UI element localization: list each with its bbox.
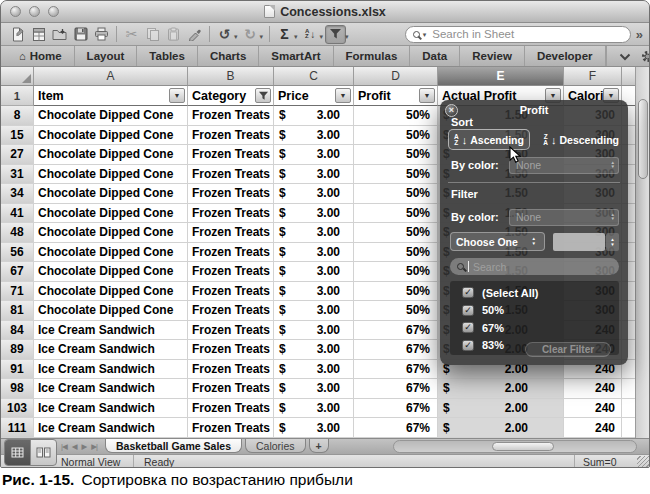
row-number[interactable]: 67 — [1, 262, 34, 282]
filter-by-color-dropdown[interactable]: None ▲▼ — [509, 209, 619, 226]
close-window-button[interactable] — [10, 6, 21, 17]
cell-profit[interactable]: 67% — [354, 418, 438, 438]
cell-price[interactable]: $3.00 — [274, 223, 354, 243]
redo-icon[interactable]: ↻ — [240, 25, 261, 44]
cell-profit[interactable]: 67% — [354, 360, 438, 380]
filter-applied-icon[interactable] — [255, 88, 271, 103]
tab-nav-arrow-2[interactable]: ▶ — [82, 442, 87, 451]
cell-category[interactable]: Frozen Treats — [188, 340, 274, 360]
page-layout-view-button[interactable] — [30, 440, 56, 465]
row-number[interactable]: 81 — [1, 301, 34, 321]
tab-developer[interactable]: Developer — [525, 46, 606, 66]
cell-price[interactable]: $3.00 — [274, 282, 354, 302]
cell-profit[interactable]: 50% — [354, 243, 438, 263]
row-number[interactable]: 48 — [1, 223, 34, 243]
paste-icon[interactable] — [163, 25, 184, 44]
tab-charts[interactable]: Charts — [198, 46, 259, 66]
zoom-window-button[interactable] — [48, 6, 59, 17]
cell-category[interactable]: Frozen Treats — [188, 399, 274, 419]
cell-category[interactable]: Frozen Treats — [188, 418, 274, 438]
clear-filter-button[interactable]: Clear Filter — [525, 342, 611, 357]
cell-calories[interactable]: 240 — [564, 418, 622, 438]
collapse-ribbon-icon[interactable] — [619, 47, 631, 65]
column-header-d[interactable]: D — [354, 67, 438, 86]
cell-calories[interactable]: 240 — [564, 379, 622, 399]
filter-search-field[interactable]: Search — [450, 258, 619, 275]
cell-profit[interactable]: 67% — [354, 399, 438, 419]
cell-item[interactable]: Chocolate Dipped Cone — [34, 282, 188, 302]
cell-item[interactable]: Chocolate Dipped Cone — [34, 184, 188, 204]
row-number[interactable]: 56 — [1, 243, 34, 263]
cell-price[interactable]: $3.00 — [274, 379, 354, 399]
cell-price[interactable]: $3.00 — [274, 301, 354, 321]
copy-icon[interactable] — [142, 25, 163, 44]
cell-item[interactable]: Chocolate Dipped Cone — [34, 301, 188, 321]
horizontal-scrollbar-thumb[interactable] — [492, 442, 554, 451]
new-from-template-icon[interactable] — [28, 25, 49, 44]
tab-layout[interactable]: Layout — [75, 46, 138, 66]
checkbox-checked-icon[interactable]: ✓ — [462, 305, 474, 316]
vertical-scrollbar-thumb[interactable] — [638, 99, 648, 179]
cell-item[interactable]: Chocolate Dipped Cone — [34, 223, 188, 243]
row-number[interactable]: 111 — [1, 418, 34, 438]
cell-price[interactable]: $3.00 — [274, 243, 354, 263]
cell-category[interactable]: Frozen Treats — [188, 360, 274, 380]
row-number[interactable]: 41 — [1, 204, 34, 224]
cell-profit[interactable]: 67% — [354, 379, 438, 399]
select-all-corner[interactable] — [1, 67, 34, 86]
column-header-b[interactable]: B — [188, 67, 274, 86]
cell-item[interactable]: Chocolate Dipped Cone — [34, 243, 188, 263]
autosum-menu-caret[interactable]: ▾ — [294, 33, 298, 41]
autosum-icon[interactable]: Σ — [274, 25, 295, 44]
cell-price[interactable]: $3.00 — [274, 418, 354, 438]
cell-profit[interactable]: 50% — [354, 204, 438, 224]
cell-category[interactable]: Frozen Treats — [188, 126, 274, 146]
add-sheet-tab[interactable]: + — [309, 439, 329, 453]
cell-category[interactable]: Frozen Treats — [188, 379, 274, 399]
format-painter-icon[interactable] — [184, 25, 205, 44]
filter-dropdown-icon[interactable]: ▼ — [169, 88, 185, 103]
row-number[interactable]: 27 — [1, 145, 34, 165]
filter-option-50[interactable]: ✓50% — [450, 302, 619, 320]
cell-category[interactable]: Frozen Treats — [188, 106, 274, 126]
cell-price[interactable]: $3.00 — [274, 399, 354, 419]
cell-item[interactable]: Chocolate Dipped Cone — [34, 204, 188, 224]
filter-icon[interactable] — [325, 25, 346, 44]
filter-option-67[interactable]: ✓67% — [450, 319, 619, 337]
checkbox-checked-icon[interactable]: ✓ — [462, 322, 474, 333]
row-number[interactable]: 8 — [1, 106, 34, 126]
tab-nav-arrow-0[interactable]: |◀ — [61, 442, 67, 451]
cell-profit[interactable]: 50% — [354, 223, 438, 243]
cell-profit[interactable]: 50% — [354, 262, 438, 282]
row-number[interactable]: 1 — [1, 86, 34, 106]
filter-dropdown-icon[interactable]: ▼ — [335, 88, 351, 103]
column-header-a[interactable]: A — [34, 67, 188, 86]
cell-profit[interactable]: 50% — [354, 282, 438, 302]
cell-price[interactable]: $3.00 — [274, 321, 354, 341]
cell-actual-profit[interactable]: $2.00 — [438, 399, 564, 419]
cell-price[interactable]: $3.00 — [274, 145, 354, 165]
cell-actual-profit[interactable]: $2.00 — [438, 418, 564, 438]
undo-icon[interactable]: ↺ — [214, 25, 235, 44]
cell-category[interactable]: Frozen Treats — [188, 282, 274, 302]
cell-profit[interactable]: 50% — [354, 184, 438, 204]
cell-profit[interactable]: 67% — [354, 340, 438, 360]
resize-grip[interactable] — [637, 456, 650, 469]
cell-item[interactable]: Chocolate Dipped Cone — [34, 126, 188, 146]
cell-price[interactable]: $3.00 — [274, 360, 354, 380]
row-number[interactable]: 103 — [1, 399, 34, 419]
filter-dropdown-icon[interactable]: ▼ — [419, 88, 435, 103]
cell-actual-profit[interactable]: $2.00 — [438, 379, 564, 399]
cell-category[interactable]: Frozen Treats — [188, 145, 274, 165]
cell-category[interactable]: Frozen Treats — [188, 223, 274, 243]
cell-profit[interactable]: 50% — [354, 301, 438, 321]
row-number[interactable]: 89 — [1, 340, 34, 360]
cell-item[interactable]: Ice Cream Sandwich — [34, 340, 188, 360]
sort-icon[interactable]: AZ ↓ — [300, 25, 321, 44]
row-number[interactable]: 31 — [1, 165, 34, 185]
cell-profit[interactable]: 67% — [354, 321, 438, 341]
row-number[interactable]: 15 — [1, 126, 34, 146]
cell-item[interactable]: Ice Cream Sandwich — [34, 418, 188, 438]
cell-category[interactable]: Frozen Treats — [188, 243, 274, 263]
cell-price[interactable]: $3.00 — [274, 106, 354, 126]
